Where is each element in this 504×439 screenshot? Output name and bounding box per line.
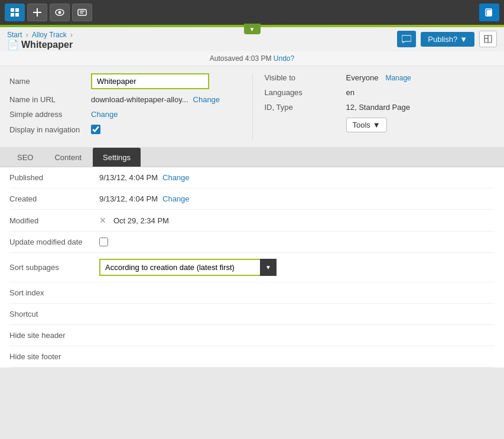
visible-to-label: Visible to	[265, 73, 342, 82]
clear-modified-button[interactable]: ✕	[99, 216, 106, 225]
publish-label: Publish?	[428, 35, 457, 44]
tools-label: Tools	[353, 121, 370, 129]
hide-header-row: Hide site header	[9, 325, 495, 346]
svg-rect-0	[11, 8, 14, 12]
pages-button[interactable]	[479, 4, 499, 21]
properties-area: Name Name in URL download-whitepaper-all…	[0, 66, 504, 148]
name-in-url-value: download-whitepaper-alloy...	[91, 95, 188, 104]
header-actions: Publish? ▼	[397, 31, 497, 47]
autosave-bar: Autosaved 4:03 PM Undo?	[0, 51, 504, 66]
id-type-row: ID, Type 12, Standard Page	[265, 103, 495, 112]
breadcrumb-alloy-track[interactable]: Alloy Track	[32, 31, 67, 39]
page-title-area: 📄 Whitepaper	[7, 39, 74, 50]
svg-point-7	[58, 11, 61, 14]
modified-value-area: ✕ Oct 29, 2:34 PM	[99, 216, 169, 225]
dropdown-arrow-button[interactable]: ▼	[244, 24, 261, 34]
display-in-nav-label: Display in navigation	[9, 125, 86, 134]
simple-address-change-link[interactable]: Change	[91, 110, 118, 119]
layout-button[interactable]	[479, 31, 497, 47]
update-modified-checkbox[interactable]	[99, 238, 108, 246]
autosave-text: Autosaved 4:03 PM	[210, 54, 272, 63]
breadcrumb: Start › Alloy Track ›	[7, 31, 74, 39]
shortcut-label: Shortcut	[9, 310, 92, 318]
name-label: Name	[9, 77, 86, 86]
id-type-value: 12, Standard Page	[346, 103, 410, 112]
published-value-area: 9/13/12, 4:04 PM Change	[99, 173, 190, 182]
svg-rect-8	[78, 9, 86, 15]
tools-arrow-icon: ▼	[373, 121, 381, 129]
left-properties: Name Name in URL download-whitepaper-all…	[9, 73, 252, 140]
top-toolbar	[0, 0, 504, 25]
sort-subpages-wrapper: According to creation date (latest first…	[99, 259, 277, 276]
id-type-label: ID, Type	[265, 103, 342, 112]
comment-button[interactable]	[397, 31, 416, 47]
published-label: Published	[9, 173, 92, 182]
svg-rect-3	[15, 13, 19, 17]
sort-index-label: Sort index	[9, 288, 92, 297]
shortcut-row: Shortcut	[9, 304, 495, 325]
created-row: Created 9/13/12, 4:04 PM Change	[9, 188, 495, 210]
simple-address-row: Simple address Change	[9, 110, 240, 119]
svg-rect-5	[33, 12, 41, 13]
page-document-icon: 📄	[7, 39, 19, 50]
publish-button[interactable]: Publish? ▼	[421, 32, 474, 47]
tab-seo[interactable]: SEO	[7, 148, 43, 167]
name-in-url-change-link[interactable]: Change	[193, 95, 220, 104]
name-in-url-label: Name in URL	[9, 95, 86, 104]
update-modified-label: Update modified date	[9, 238, 92, 246]
languages-row: Languages en	[265, 88, 495, 97]
created-change-link[interactable]: Change	[162, 194, 190, 203]
tabs-bar: SEO Content Settings	[0, 148, 504, 167]
hide-footer-row: Hide site footer	[9, 346, 495, 368]
visible-to-row: Visible to Everyone Manage	[265, 73, 495, 82]
published-value: 9/13/12, 4:04 PM	[99, 173, 158, 182]
published-row: Published 9/13/12, 4:04 PM Change	[9, 167, 495, 188]
hide-header-label: Hide site header	[9, 331, 92, 340]
breadcrumb-start[interactable]: Start	[7, 31, 22, 39]
preview-button[interactable]	[50, 4, 70, 21]
sort-subpages-row: Sort subpages According to creation date…	[9, 253, 495, 282]
tools-button[interactable]: Tools ▼	[346, 118, 387, 132]
svg-rect-2	[11, 13, 14, 17]
visible-to-value: Everyone	[346, 73, 379, 82]
name-in-url-row: Name in URL download-whitepaper-alloy...…	[9, 95, 240, 104]
hide-footer-label: Hide site footer	[9, 352, 92, 361]
created-label: Created	[9, 194, 92, 203]
modified-label: Modified	[9, 216, 92, 225]
name-input[interactable]	[91, 73, 209, 89]
sort-subpages-select[interactable]: According to creation date (latest first…	[99, 259, 277, 276]
grid-button[interactable]	[5, 4, 25, 21]
svg-rect-12	[487, 10, 492, 16]
manage-link[interactable]: Manage	[385, 74, 411, 82]
settings-content: Published 9/13/12, 4:04 PM Change Create…	[0, 167, 504, 368]
created-value: 9/13/12, 4:04 PM	[99, 194, 158, 203]
simple-address-label: Simple address	[9, 110, 86, 119]
green-bar: ▼	[0, 25, 504, 27]
created-value-area: 9/13/12, 4:04 PM Change	[99, 194, 190, 203]
languages-label: Languages	[265, 88, 342, 97]
page-title: Whitepaper	[21, 40, 73, 50]
tab-settings[interactable]: Settings	[93, 148, 141, 167]
publish-arrow-icon: ▼	[460, 35, 467, 44]
svg-rect-1	[15, 8, 19, 12]
tools-row: Tools ▼	[265, 118, 495, 132]
add-button[interactable]	[27, 4, 47, 21]
edit-button[interactable]	[72, 4, 92, 21]
update-modified-row: Update modified date	[9, 232, 495, 253]
tab-content[interactable]: Content	[44, 148, 92, 167]
undo-link[interactable]: Undo?	[274, 54, 294, 63]
sort-index-row: Sort index	[9, 282, 495, 304]
modified-row: Modified ✕ Oct 29, 2:34 PM	[9, 210, 495, 232]
sort-subpages-label: Sort subpages	[9, 263, 92, 272]
display-in-nav-row: Display in navigation	[9, 125, 240, 134]
published-change-link[interactable]: Change	[162, 173, 190, 182]
name-row: Name	[9, 73, 240, 89]
languages-value: en	[346, 88, 355, 97]
display-in-nav-checkbox[interactable]	[91, 125, 100, 134]
right-properties: Visible to Everyone Manage Languages en …	[252, 73, 495, 140]
modified-value: Oct 29, 2:34 PM	[113, 216, 169, 225]
